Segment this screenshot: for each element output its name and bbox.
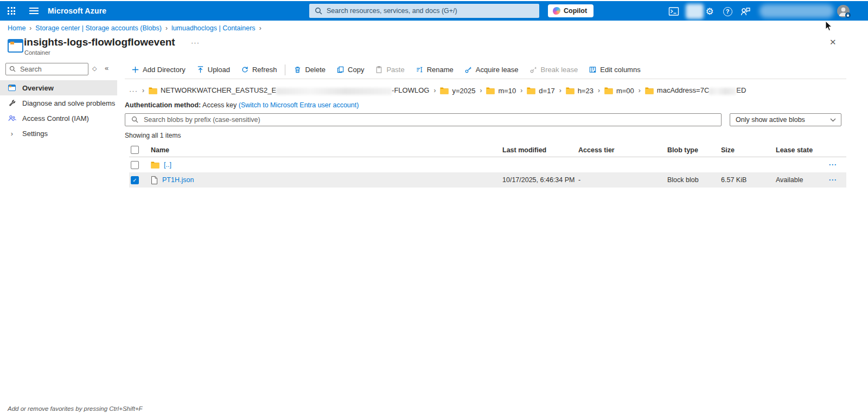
cell-last-modified: 10/17/2025, 6:46:34 PM [502, 176, 578, 184]
search-icon [9, 66, 16, 72]
breadcrumb-home[interactable]: Home [8, 24, 25, 32]
title-more-icon[interactable]: ··· [191, 38, 200, 47]
filter-row: Only show active blobs [125, 113, 846, 126]
blob-state-dropdown[interactable]: Only show active blobs [730, 113, 841, 126]
path-segment-hour[interactable]: h=23 [566, 87, 593, 95]
upload-icon [196, 66, 205, 74]
folder-icon [645, 87, 654, 94]
path-segment-year[interactable]: y=2025 [440, 87, 475, 95]
blob-path-breadcrumb: ··· › NETWORKWATCHER_EASTUS2_E-FLOWLOG ›… [125, 83, 846, 98]
path-segment-month[interactable]: m=10 [486, 87, 516, 95]
search-icon [131, 116, 138, 123]
sidebar-item-access-control-iam[interactable]: Access Control (IAM) [0, 111, 117, 126]
redacted-text [709, 88, 736, 95]
sidebar-group-settings[interactable]: › Settings [0, 126, 117, 141]
sidebar-search-input[interactable] [5, 63, 88, 75]
help-icon[interactable]: ? [722, 5, 733, 17]
lease-key-icon [464, 66, 473, 74]
breadcrumb-containers[interactable]: lumuadhoclogs | Containers [171, 24, 256, 32]
main-content: Add Directory Upload Refresh Delete [125, 61, 846, 188]
folder-icon [149, 87, 157, 94]
trash-icon [293, 66, 302, 74]
global-search-input[interactable] [309, 4, 539, 18]
search-icon [315, 7, 322, 15]
azure-brand-title: Microsoft Azure [48, 7, 106, 15]
row-checkbox[interactable] [131, 161, 139, 169]
page-subtitle: Container [24, 49, 50, 56]
column-header-access-tier: Access tier [578, 146, 667, 154]
copilot-button[interactable]: Copilot [548, 4, 593, 17]
azure-top-bar: Microsoft Azure Copilot ⚙ ? [0, 1, 868, 21]
wrench-icon [8, 99, 16, 107]
column-header-last-modified: Last modified [502, 146, 578, 154]
sidebar: ◇ « Overview Diagnose and solve problems [0, 61, 117, 413]
acquire-lease-button[interactable]: Acquire lease [459, 66, 524, 74]
mouse-cursor [825, 21, 833, 32]
select-all-checkbox[interactable] [131, 146, 139, 154]
cell-blob-type: Block blob [667, 176, 721, 184]
notifications-icon-redacted[interactable] [686, 4, 704, 19]
breadcrumb-storage-accounts[interactable]: Storage center | Storage accounts (Blobs… [35, 24, 162, 32]
table-row-pt1h-json[interactable]: ✓ PT1H.json 10/17/2025, 6:46:34 PM - Blo… [129, 172, 846, 188]
redacted-text [276, 88, 392, 95]
row-more-icon[interactable]: ··· [829, 161, 842, 169]
item-count: Showing all 1 items [125, 132, 846, 139]
path-segment-minute[interactable]: m=00 [604, 87, 634, 95]
copilot-label: Copilot [564, 7, 587, 15]
edit-columns-icon [589, 66, 597, 74]
table-header-row: Name Last modified Access tier Blob type… [129, 143, 846, 157]
folder-icon [486, 87, 495, 94]
path-segment-day[interactable]: d=17 [527, 87, 554, 95]
paste-icon [375, 66, 383, 74]
cell-lease-state: Available [776, 176, 829, 184]
plus-icon [131, 66, 139, 74]
delete-button[interactable]: Delete [288, 66, 331, 74]
favorites-hint: Add or remove favorites by pressing Ctrl… [8, 405, 143, 412]
close-icon[interactable]: ✕ [829, 37, 837, 47]
edit-columns-button[interactable]: Edit columns [583, 66, 646, 74]
blob-link[interactable]: PT1H.json [162, 176, 194, 184]
break-lease-button[interactable]: Break lease [524, 66, 584, 74]
paste-button[interactable]: Paste [369, 66, 410, 74]
refresh-button[interactable]: Refresh [235, 66, 283, 74]
collapse-sidebar-icon[interactable]: « [105, 64, 108, 72]
blob-search-input[interactable] [125, 113, 722, 126]
sidebar-item-diagnose[interactable]: Diagnose and solve problems [0, 95, 117, 111]
page-title: insights-logs-flowlogflowevent [24, 36, 175, 48]
column-header-lease-state: Lease state [776, 146, 829, 154]
path-segment-macaddress[interactable]: macAddress=7CED [645, 86, 746, 94]
breadcrumb: Home › Storage center | Storage accounts… [8, 24, 265, 32]
feedback-icon[interactable] [739, 5, 751, 17]
folder-icon [440, 87, 449, 94]
blob-table: Name Last modified Access tier Blob type… [125, 143, 846, 188]
copy-button[interactable]: Copy [331, 66, 369, 74]
path-segment-networkwatcher[interactable]: NETWORKWATCHER_EASTUS2_E-FLOWLOG [149, 86, 429, 94]
column-header-blob-type: Blob type [667, 146, 721, 154]
settings-gear-icon[interactable]: ⚙ [704, 5, 716, 17]
add-directory-button[interactable]: Add Directory [126, 66, 191, 74]
container-icon [8, 39, 23, 53]
app-launcher-icon[interactable] [0, 1, 23, 21]
pin-icon[interactable]: ◇ [92, 65, 97, 72]
hamburger-menu-icon[interactable] [23, 1, 44, 21]
table-row-parent-directory[interactable]: [..] ··· [129, 157, 846, 172]
column-header-size: Size [721, 146, 776, 154]
rename-button[interactable]: Rename [410, 66, 459, 74]
row-checkbox[interactable]: ✓ [131, 176, 139, 184]
cloud-shell-icon[interactable] [668, 5, 680, 17]
sidebar-item-overview[interactable]: Overview [0, 80, 117, 95]
chevron-down-icon [830, 118, 836, 122]
people-icon [8, 114, 16, 122]
break-lease-icon [529, 66, 538, 74]
path-overflow-icon[interactable]: ··· [129, 87, 138, 95]
row-more-icon[interactable]: ··· [829, 176, 842, 184]
switch-auth-link[interactable]: (Switch to Microsoft Entra user account) [239, 101, 359, 109]
folder-icon [151, 162, 159, 169]
rename-icon [416, 66, 424, 74]
parent-directory-link[interactable]: [..] [164, 161, 171, 169]
cell-size: 6.57 KiB [721, 176, 776, 184]
column-header-name: Name [151, 146, 502, 154]
toolbar-divider [285, 64, 285, 75]
lock-icon [845, 12, 851, 18]
upload-button[interactable]: Upload [191, 66, 235, 74]
